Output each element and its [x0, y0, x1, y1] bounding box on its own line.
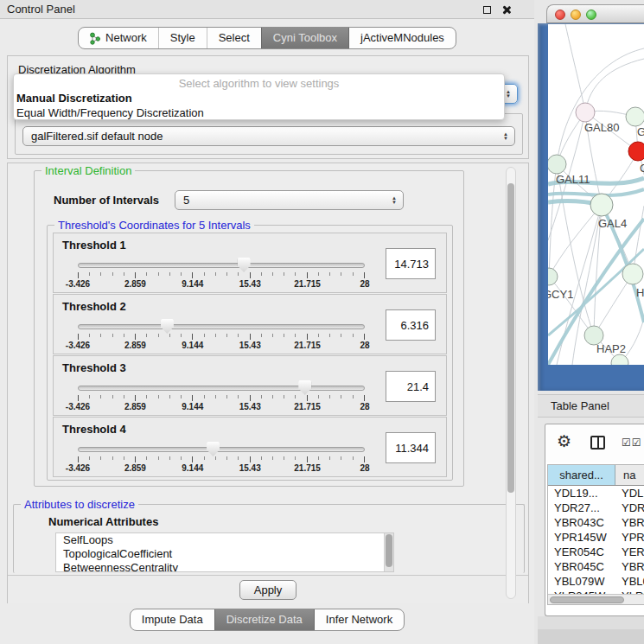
tab-style[interactable]: Style	[158, 28, 207, 48]
slider-track[interactable]	[78, 324, 365, 329]
threshold-slider[interactable]: -3.4262.8599.14415.4321.71528	[78, 322, 365, 353]
table-cell-shared-name[interactable]: YER054C	[548, 545, 615, 559]
combo-arrows-icon: ▲▼	[506, 90, 511, 99]
top-tab-bar: NetworkStyleSelectCyni ToolboxjActiveMNo…	[0, 27, 534, 49]
table-cell-shared-name[interactable]: YDR27...	[548, 501, 615, 515]
tab-discretize-data[interactable]: Discretize Data	[214, 609, 314, 630]
table-row[interactable]: YBR043C YBR0	[548, 515, 644, 530]
table-panel-footer	[538, 616, 644, 644]
apply-button[interactable]: Apply	[239, 580, 296, 600]
column-header-name[interactable]: na	[615, 465, 644, 485]
mac-minimize-button[interactable]	[571, 10, 581, 20]
threshold-slider[interactable]: -3.4262.8599.14415.4321.71528	[78, 444, 365, 475]
tab-network[interactable]: Network	[79, 28, 158, 48]
table-row[interactable]: YBR045C YBR0	[548, 559, 644, 574]
network-node-label: C	[640, 162, 644, 175]
table-cell-name[interactable]: YDL1	[615, 486, 644, 501]
table-cell-shared-name[interactable]: YDL19...	[548, 486, 615, 501]
table-cell-name[interactable]: YDR2	[615, 501, 644, 515]
dropdown-option-manual[interactable]: Manual Discretization	[14, 91, 504, 105]
tab-cyni-toolbox[interactable]: Cyni Toolbox	[261, 28, 348, 48]
table-cell-name[interactable]: YBR0	[615, 559, 644, 574]
network-node-g[interactable]	[626, 107, 644, 126]
table-row[interactable]: YBL079W YBL0	[548, 574, 644, 589]
checkboxes-icon[interactable]: ☑☑	[622, 437, 642, 449]
table-cell-shared-name[interactable]: YBR045C	[548, 559, 615, 574]
table-cell-name[interactable]: YER0	[615, 545, 644, 559]
tab-select[interactable]: Select	[207, 28, 261, 48]
threshold-value-field[interactable]: 21.4	[386, 371, 436, 402]
network-window-titlebar[interactable]	[546, 4, 644, 23]
tab-impute-data[interactable]: Impute Data	[131, 609, 214, 630]
tick-mark	[295, 456, 296, 460]
table-cell-name[interactable]: YBR0	[615, 515, 644, 530]
threshold-value-field[interactable]: 11.344	[386, 432, 436, 463]
tick-mark	[215, 456, 216, 460]
column-header-shared-name[interactable]: shared...	[548, 465, 615, 485]
tick-mark	[204, 395, 205, 399]
tick-label: 15.43	[239, 341, 261, 350]
mac-zoom-button[interactable]	[586, 10, 596, 20]
network-node-gal4[interactable]	[590, 194, 613, 216]
tab-label: Cyni Toolbox	[273, 28, 337, 48]
table-horizontal-scrollbar[interactable]	[548, 594, 644, 604]
tab-infer-network[interactable]: Infer Network	[314, 609, 404, 630]
table-cell-name[interactable]: YPR1	[615, 530, 644, 545]
settings-scrollbar[interactable]	[506, 167, 516, 599]
network-node-c[interactable]	[628, 142, 644, 161]
tick-label: 9.144	[182, 279, 203, 289]
table-hscroll-thumb[interactable]	[550, 596, 624, 603]
tick-mark	[215, 395, 216, 399]
slider-thumb[interactable]	[161, 319, 174, 334]
network-canvas[interactable]: GAL80GCGAL11GAL4GCY1HHAP2	[548, 24, 644, 365]
tick-mark	[204, 456, 205, 460]
attribute-item-selfloops[interactable]: SelfLoops	[56, 533, 393, 547]
table-panel: ⚙ ☑☑ shared... na YDL19... YDL1 YDR27...…	[545, 424, 644, 616]
attributes-list-scroll-thumb[interactable]	[386, 534, 392, 567]
network-node-gal80[interactable]	[576, 103, 595, 122]
table-cell-shared-name[interactable]: YPR145W	[548, 530, 615, 545]
threshold-value-field[interactable]: 14.713	[386, 248, 436, 279]
tick-label: 2.859	[124, 402, 146, 411]
table-row[interactable]: YDL19... YDL1	[548, 486, 644, 501]
threshold-slider[interactable]: -3.4262.8599.14415.4321.71528	[78, 383, 365, 414]
mac-close-button[interactable]	[555, 10, 565, 20]
tick-label: 21.715	[294, 341, 321, 350]
columns-icon[interactable]	[590, 436, 605, 450]
network-node-label: GCY1	[548, 288, 573, 301]
slider-track[interactable]	[78, 447, 365, 452]
network-node-h[interactable]	[622, 264, 643, 284]
dropdown-option-equal-width[interactable]: Equal Width/Frequency Discretization	[14, 105, 504, 120]
tick-mark	[364, 334, 365, 340]
tick-label: 28	[360, 341, 369, 350]
table-cell-shared-name[interactable]: YBL079W	[548, 574, 615, 589]
network-node-gcy1[interactable]	[548, 268, 558, 285]
attributes-list-scrollbar[interactable]	[384, 533, 393, 571]
tab-jactivemnodules[interactable]: jActiveMNodules	[348, 28, 456, 48]
table-data-select[interactable]: galFiltered.sif default node ▲▼	[22, 126, 515, 146]
slider-track[interactable]	[78, 263, 365, 268]
table-row[interactable]: YPR145W YPR1	[548, 530, 644, 545]
tick-mark	[100, 334, 101, 337]
network-node-gal11[interactable]	[548, 155, 566, 174]
table-row[interactable]: YDR27... YDR2	[548, 501, 644, 515]
slider-thumb[interactable]	[238, 258, 251, 272]
table-cell-shared-name[interactable]: YBR043C	[548, 515, 615, 530]
threshold-slider[interactable]: -3.4262.8599.14415.4321.71528	[78, 260, 365, 291]
numerical-attributes-list[interactable]: SelfLoopsTopologicalCoefficientBetweenne…	[55, 532, 394, 572]
slider-track[interactable]	[78, 386, 365, 391]
settings-scroll-thumb[interactable]	[507, 183, 514, 493]
attribute-item-betweennesscentrality[interactable]: BetweennessCentrality	[56, 561, 393, 572]
close-icon[interactable]	[501, 4, 512, 15]
threshold-value-field[interactable]: 6.316	[386, 309, 436, 341]
gear-icon[interactable]: ⚙	[557, 433, 571, 450]
attribute-item-topologicalcoefficient[interactable]: TopologicalCoefficient	[56, 547, 393, 561]
number-of-intervals-select[interactable]: 5 ▲▼	[175, 190, 404, 210]
slider-thumb[interactable]	[298, 380, 311, 395]
float-window-icon[interactable]	[483, 6, 491, 14]
table-cell-name[interactable]: YBL0	[615, 574, 644, 589]
table-row[interactable]: YER054C YER0	[548, 545, 644, 559]
slider-thumb[interactable]	[207, 442, 220, 456]
tick-label: -3.426	[66, 402, 90, 411]
slider-tick-labels: -3.4262.8599.14415.4321.71528	[78, 463, 365, 474]
